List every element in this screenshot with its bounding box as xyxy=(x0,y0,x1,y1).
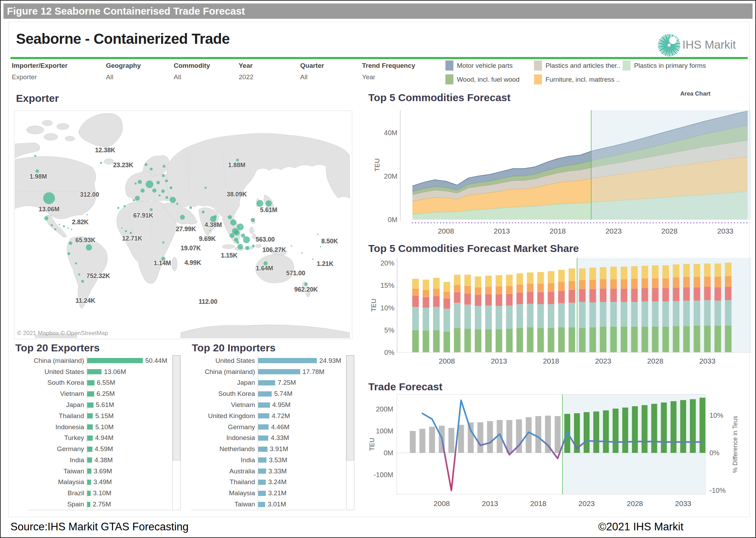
map-label: 2.82K xyxy=(72,219,89,226)
table-row[interactable]: Turkey4.94M xyxy=(28,433,171,443)
value-bar[interactable] xyxy=(258,491,266,496)
value-bar[interactable] xyxy=(258,369,300,374)
table-row[interactable]: China (mainland)50.44M xyxy=(28,356,171,366)
accent-divider xyxy=(10,57,748,59)
table-row[interactable]: Vietnam6.25M xyxy=(28,389,171,399)
value-bar[interactable] xyxy=(87,358,143,363)
bar-zone: 4.59M xyxy=(87,444,171,454)
table-row[interactable]: India4.38M xyxy=(28,455,171,465)
filter-value[interactable]: Year xyxy=(362,73,449,81)
value-bar[interactable] xyxy=(87,402,93,408)
value-bar[interactable] xyxy=(258,457,266,463)
value-bar[interactable] xyxy=(258,447,268,452)
table-row[interactable]: Thailand3.24M xyxy=(191,477,345,487)
value-bar[interactable] xyxy=(87,413,93,418)
legend-label: Furniture, incl. mattress .. xyxy=(545,76,620,83)
table-row[interactable]: Vietnam4.95M xyxy=(191,400,345,410)
value-label: 4.95M xyxy=(272,401,291,409)
table-row[interactable]: United States24.93M xyxy=(191,356,345,366)
svg-text:20M: 20M xyxy=(384,172,397,180)
legend-item-1[interactable]: Motor vehicle parts xyxy=(445,60,513,71)
value-bar[interactable] xyxy=(87,502,90,507)
value-bar[interactable] xyxy=(87,457,92,463)
value-bar[interactable] xyxy=(87,435,93,441)
value-bar[interactable] xyxy=(258,413,269,418)
table-row[interactable]: India3.53M xyxy=(191,455,345,465)
value-bar[interactable] xyxy=(258,502,265,507)
table-row[interactable]: Netherlands3.91M xyxy=(191,444,345,454)
table-row[interactable]: Spain2.75M xyxy=(28,499,171,510)
country-label: Indonesia xyxy=(28,423,87,431)
value-bar[interactable] xyxy=(87,480,91,485)
value-bar[interactable] xyxy=(258,468,266,474)
table-row[interactable]: South Korea6.55M xyxy=(28,377,171,388)
value-bar[interactable] xyxy=(87,380,94,385)
value-bar[interactable] xyxy=(258,391,272,397)
legend-item-5[interactable]: Furniture, incl. mattress .. xyxy=(534,74,620,84)
table-row[interactable]: Germany4.59M xyxy=(28,444,171,454)
value-bar[interactable] xyxy=(258,424,269,430)
map-label: 27.99K xyxy=(176,226,196,233)
table-row[interactable]: Brazil3.10M xyxy=(28,488,171,498)
table-row[interactable]: Japan5.61M xyxy=(28,400,171,410)
legend-item-3[interactable]: Plastics in primary forms xyxy=(623,60,706,71)
table-row[interactable]: Taiwan3.01M xyxy=(191,499,345,510)
value-bar[interactable] xyxy=(258,402,270,408)
svg-text:40M: 40M xyxy=(384,129,397,137)
table-row[interactable]: China (mainland)17.78M xyxy=(191,367,345,377)
svg-text:2033: 2033 xyxy=(717,227,733,235)
table-row[interactable]: Malaysia3.21M xyxy=(191,488,345,498)
table-row[interactable]: United Kingdom4.72M xyxy=(191,411,345,421)
table-row[interactable]: Taiwan3.69M xyxy=(28,466,171,476)
value-bar[interactable] xyxy=(87,369,101,374)
table-row[interactable]: Indonesia5.10M xyxy=(28,422,171,432)
value-bar[interactable] xyxy=(258,480,266,485)
filter-value[interactable]: Exporter xyxy=(12,73,99,81)
value-bar[interactable] xyxy=(258,380,275,385)
country-label: United States xyxy=(28,368,87,376)
value-bar[interactable] xyxy=(87,468,91,474)
importers-scrollbar-thumb[interactable] xyxy=(346,356,354,460)
value-bar[interactable] xyxy=(87,391,94,397)
map-label: 38.09K xyxy=(227,191,247,198)
value-label: 4.59M xyxy=(95,445,113,453)
svg-text:2028: 2028 xyxy=(647,357,664,365)
table-row[interactable]: South Korea5.74M xyxy=(191,389,345,399)
filter-importer-exporter[interactable]: Importer/ExporterExporter xyxy=(12,62,99,81)
map-label: 1.98M xyxy=(30,173,47,180)
svg-text:5%: 5% xyxy=(384,326,394,334)
value-label: 6.25M xyxy=(97,390,115,398)
table-row[interactable]: Japan7.25M xyxy=(191,377,345,388)
table-row[interactable]: Germany4.46M xyxy=(191,422,345,432)
value-bar[interactable] xyxy=(87,491,91,496)
value-bar[interactable] xyxy=(258,358,317,363)
value-label: 13.06M xyxy=(104,368,126,376)
svg-text:2033: 2033 xyxy=(699,357,716,365)
exporters-scrollbar-thumb[interactable] xyxy=(173,356,180,460)
value-bar[interactable] xyxy=(258,435,268,441)
figure-title: Figure 12 Seaborne Containerised Trade F… xyxy=(7,6,245,17)
svg-text:-10%: -10% xyxy=(709,487,726,494)
importers-scrollbar[interactable] xyxy=(346,355,354,510)
table-row[interactable]: United States13.06M xyxy=(28,367,171,377)
footer-copyright: ©2021 IHS Markit xyxy=(598,521,683,533)
bar-zone: 3.21M xyxy=(258,488,345,498)
table-row[interactable]: Indonesia4.33M xyxy=(191,433,345,443)
ihs-markit-logo-icon xyxy=(658,34,680,56)
legend-label: Wood, incl. fuel wood xyxy=(457,76,519,83)
table-row[interactable]: Australia3.33M xyxy=(191,466,345,476)
table-row[interactable]: Thailand5.15M xyxy=(28,411,171,421)
country-label: Germany xyxy=(191,423,258,431)
legend-item-4[interactable]: Wood, incl. fuel wood xyxy=(445,74,519,84)
legend-item-2[interactable]: Plastics and articles ther.. xyxy=(534,60,620,71)
world-map[interactable]: 12.38K23.23K1.98M312.0013.06M2.82K1.88M3… xyxy=(14,111,352,339)
svg-text:20%: 20% xyxy=(380,259,394,267)
exporters-scrollbar[interactable] xyxy=(172,355,181,510)
table-row[interactable]: Malaysia3.49M xyxy=(28,477,171,487)
value-label: 3.69M xyxy=(94,467,112,475)
value-bar[interactable] xyxy=(87,447,92,452)
filter-trend-frequency[interactable]: Trend FrequencyYear xyxy=(362,62,449,81)
value-label: 24.93M xyxy=(319,357,341,365)
value-bar[interactable] xyxy=(87,424,93,430)
bar-zone: 4.46M xyxy=(258,422,345,432)
